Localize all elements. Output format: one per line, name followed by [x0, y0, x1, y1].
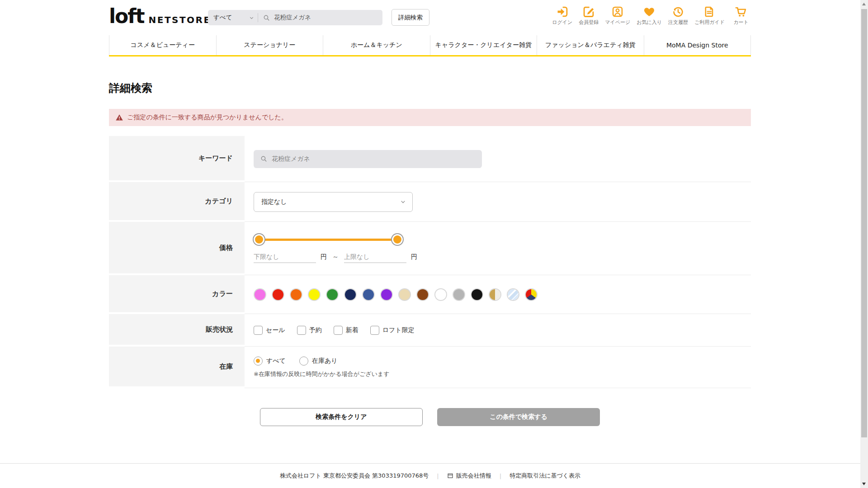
color-swatch-purple[interactable] [381, 289, 392, 300]
login-link[interactable]: ログイン [552, 5, 572, 26]
checkbox-sale-box[interactable] [254, 326, 263, 335]
search-submit-button[interactable]: この条件で検索する [437, 408, 600, 426]
price-slider-max-handle[interactable] [392, 234, 403, 245]
keyword-label: キーワード [109, 136, 245, 180]
order-history-link[interactable]: 注文履歴 [668, 5, 688, 26]
footer-link-commercial-law-label: 特定商取引法に基づく表示 [509, 472, 580, 480]
price-min-unit: 円 [321, 253, 327, 261]
favorites-icon [643, 5, 656, 18]
no-results-alert: ご指定の条件に一致する商品が見つかりませんでした。 [109, 109, 751, 126]
favorites-link[interactable]: お気に入り [637, 5, 662, 26]
color-swatch-black[interactable] [472, 289, 482, 300]
nav-item-character-creator[interactable]: キャラクター・クリエイター雑貨 [430, 35, 537, 55]
sales-status-label: 販売状況 [109, 314, 245, 345]
checkbox-loft-exclusive-box[interactable] [370, 326, 379, 335]
checkbox-loft-exclusive[interactable]: ロフト限定 [370, 326, 415, 335]
page-title: 詳細検索 [109, 81, 751, 95]
price-min-input[interactable] [254, 251, 316, 263]
checkbox-preorder-box[interactable] [297, 326, 306, 335]
sales-status-row: 販売状況 セール 予約 新着 [109, 314, 751, 347]
mypage-icon [611, 5, 624, 18]
color-swatch-red[interactable] [273, 289, 283, 300]
scrollbar-up-arrow-icon[interactable] [862, 3, 866, 5]
header-search-bar[interactable]: すべて 花粉症メガネ [208, 10, 382, 25]
checkbox-preorder-label: 予約 [309, 326, 322, 334]
checkbox-loft-exclusive-label: ロフト限定 [382, 326, 415, 334]
radio-in-stock[interactable]: 在庫あり [299, 357, 338, 366]
cart-icon [735, 5, 747, 18]
price-row: 価格 円 ～ 円 [109, 222, 751, 275]
nav-item-moma-design-store[interactable]: MoMA Design Store [644, 35, 751, 55]
guide-link[interactable]: ご利用ガイド [694, 5, 725, 26]
login-label: ログイン [552, 19, 572, 26]
window-icon [447, 473, 453, 479]
footer-link-seller-info[interactable]: 販売会社情報 [447, 472, 491, 480]
footer-link-commercial-law[interactable]: 特定商取引法に基づく表示 [509, 472, 580, 480]
cart-link[interactable]: カート [731, 5, 751, 26]
keyword-value: 花粉症メガネ [272, 155, 310, 163]
scrollbar-down-arrow-icon[interactable] [862, 483, 866, 485]
price-range-slider[interactable] [254, 234, 403, 245]
mypage-link[interactable]: マイページ [605, 5, 630, 26]
price-label: 価格 [109, 222, 245, 273]
color-swatch-multicolor[interactable] [526, 289, 537, 300]
advanced-search-button[interactable]: 詳細検索 [392, 9, 429, 26]
checkbox-new-label: 新着 [346, 326, 359, 334]
keyword-row: キーワード 花粉症メガネ [109, 136, 751, 182]
register-link[interactable]: 会員登録 [579, 5, 599, 26]
scrollbar-thumb[interactable] [861, 9, 867, 437]
color-swatch-gold-silver[interactable] [490, 289, 500, 300]
register-icon [582, 5, 595, 18]
footer-separator: | [437, 473, 439, 479]
keyword-input[interactable]: 花粉症メガネ [254, 150, 482, 168]
site-footer: 株式会社ロフト 東京都公安委員会 第303319700768号 | 販売会社情報… [0, 463, 860, 488]
color-swatch-white[interactable] [435, 289, 446, 300]
price-max-unit: 円 [411, 253, 417, 261]
nav-item-stationery[interactable]: ステーショナリー [216, 35, 323, 55]
footer-link-seller-info-label: 販売会社情報 [456, 472, 491, 480]
color-swatch-blue[interactable] [363, 289, 374, 300]
search-query-text: 花粉症メガネ [274, 14, 311, 22]
color-swatch-navy[interactable] [345, 289, 356, 300]
guide-label: ご利用ガイド [694, 19, 725, 26]
color-swatch-yellow[interactable] [309, 289, 320, 300]
checkbox-sale[interactable]: セール [254, 326, 285, 335]
price-max-input[interactable] [344, 251, 406, 263]
category-select[interactable]: 指定なし [254, 192, 413, 212]
checkbox-new-box[interactable] [334, 326, 343, 335]
vertical-scrollbar[interactable] [860, 0, 868, 488]
clear-conditions-button[interactable]: 検索条件をクリア [260, 408, 423, 426]
loft-logo-suffix: NETSTORE [149, 14, 211, 25]
guide-icon [703, 5, 716, 18]
order-history-icon [672, 5, 684, 18]
nav-item-fashion-variety[interactable]: ファッション＆バラエティ雑貨 [537, 35, 644, 55]
radio-stock-all[interactable]: すべて [254, 357, 286, 366]
nav-item-home-kitchen[interactable]: ホーム＆キッチン [323, 35, 430, 55]
color-label: カラー [109, 275, 245, 312]
search-input[interactable]: 花粉症メガネ [258, 14, 382, 22]
color-swatch-gray[interactable] [453, 289, 464, 300]
color-swatch-beige[interactable] [399, 289, 410, 300]
checkbox-preorder[interactable]: 予約 [297, 326, 322, 335]
radio-in-stock-label: 在庫あり [312, 357, 338, 365]
color-swatch-pink[interactable] [255, 289, 265, 300]
chevron-down-icon [400, 199, 406, 205]
advanced-search-form: キーワード 花粉症メガネ カテゴリ 指定なし [109, 136, 751, 388]
color-swatch-brown[interactable] [417, 289, 428, 300]
warning-icon [115, 113, 123, 122]
radio-in-stock-circle[interactable] [299, 357, 308, 366]
checkbox-sale-label: セール [266, 326, 285, 334]
price-slider-track [259, 239, 397, 241]
color-swatch-green[interactable] [327, 289, 338, 300]
loft-logo[interactable]: loft NETSTORE [109, 6, 211, 26]
search-category-dropdown[interactable]: すべて [208, 10, 258, 25]
nav-item-cosme-beauty[interactable]: コスメ＆ビューティー [109, 35, 216, 55]
checkbox-new[interactable]: 新着 [334, 326, 359, 335]
color-swatch-orange[interactable] [291, 289, 302, 300]
site-header: loft NETSTORE すべて 花粉症メガネ 詳細検索 [109, 0, 751, 35]
category-selected-value: 指定なし [261, 198, 287, 206]
price-slider-min-handle[interactable] [254, 234, 264, 245]
radio-stock-all-circle[interactable] [254, 357, 263, 366]
color-swatch-clear[interactable] [508, 289, 519, 300]
radio-stock-all-label: すべて [266, 357, 286, 365]
